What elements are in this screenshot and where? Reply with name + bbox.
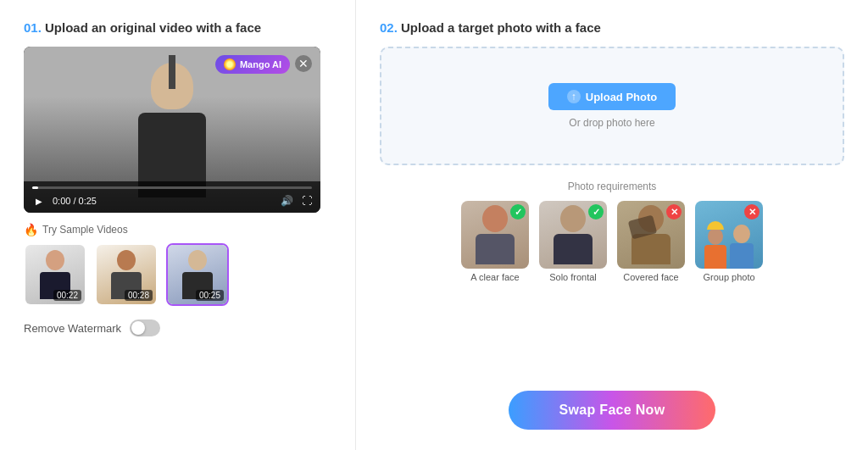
- req-badge-no-1: ✕: [666, 204, 682, 219]
- group-person-2: [730, 225, 754, 269]
- req-item-covered-face: ✕ Covered face: [617, 201, 685, 282]
- upload-hint-text: Or drop photo here: [569, 117, 654, 129]
- toggle-knob: [131, 321, 145, 335]
- person-tie: [169, 55, 175, 89]
- req-label-4: Group photo: [703, 272, 754, 282]
- requirements-label: Photo requirements: [380, 181, 844, 192]
- play-button[interactable]: ▶: [32, 194, 46, 208]
- upload-area[interactable]: ↑ Upload Photo Or drop photo here: [380, 47, 844, 165]
- hat-icon: [707, 221, 724, 230]
- req-badge-ok-2: ✓: [588, 204, 604, 219]
- req-badge-ok-1: ✓: [510, 204, 526, 219]
- group-head-2: [733, 225, 750, 243]
- req-face-body-1: [476, 234, 515, 264]
- req-thumb-covered-face: ✕: [617, 201, 685, 269]
- watermark-label: Remove Watermark: [24, 322, 121, 335]
- video-container: Mango AI ✕ ▶ 0:00 / 0:25 🔊 ⛶: [24, 47, 320, 213]
- req-thumb-clear-face: ✓: [461, 201, 529, 269]
- upload-btn-label: Upload Photo: [586, 91, 658, 103]
- swap-btn-container: Swap Face Now: [380, 377, 844, 430]
- right-panel: 02. Upload a target photo with a face ↑ …: [356, 0, 868, 450]
- video-time: 0:00 / 0:25: [53, 196, 97, 206]
- mango-logo-icon: [224, 58, 236, 70]
- left-panel: 01. Upload an original video with a face…: [0, 0, 356, 450]
- group-head-1: [708, 228, 723, 245]
- mango-badge-text: Mango AI: [240, 59, 281, 69]
- req-thumb-solo-frontal: ✓: [539, 201, 607, 269]
- group-body-2: [730, 243, 754, 269]
- group-person-1: [704, 228, 726, 269]
- thumb-head-3: [188, 250, 207, 270]
- req-face-body-2: [554, 234, 593, 264]
- mango-badge: Mango AI: [215, 55, 290, 74]
- upload-photo-button[interactable]: ↑ Upload Photo: [548, 83, 676, 110]
- thumb-head-2: [117, 250, 136, 270]
- req-badge-no-2: ✕: [744, 204, 760, 219]
- video-close-button[interactable]: ✕: [295, 55, 312, 72]
- sample-thumb-3[interactable]: 00:25: [166, 243, 229, 306]
- swap-face-button[interactable]: Swap Face Now: [509, 391, 716, 430]
- video-controls-left: ▶ 0:00 / 0:25: [32, 194, 97, 208]
- req-face-body-3: [632, 234, 670, 264]
- fullscreen-icon[interactable]: ⛶: [302, 195, 312, 207]
- video-progress-fill: [32, 186, 38, 189]
- video-progress-bar[interactable]: [32, 186, 312, 189]
- sample-label-text: Try Sample Videos: [42, 224, 128, 236]
- upload-icon: ↑: [567, 90, 581, 103]
- req-face-head-2: [560, 205, 586, 232]
- video-controls: ▶ 0:00 / 0:25 🔊 ⛶: [24, 181, 320, 213]
- right-section-title: 02. Upload a target photo with a face: [380, 20, 844, 35]
- req-label-3: Covered face: [623, 272, 678, 282]
- sample-duration-3: 00:25: [196, 290, 224, 301]
- req-item-solo-frontal: ✓ Solo frontal: [539, 201, 607, 282]
- req-label-1: A clear face: [470, 272, 519, 282]
- req-item-group-photo: ✕ Group photo: [695, 201, 763, 282]
- left-step-number: 01.: [24, 20, 42, 35]
- volume-icon[interactable]: 🔊: [281, 195, 293, 207]
- video-controls-row: ▶ 0:00 / 0:25 🔊 ⛶: [32, 194, 312, 208]
- sample-duration-2: 00:28: [125, 290, 153, 301]
- right-title-text: Upload a target photo with a face: [401, 20, 601, 35]
- thumb-head-1: [46, 250, 64, 270]
- req-item-clear-face: ✓ A clear face: [461, 201, 529, 282]
- sample-videos-label: 🔥 Try Sample Videos: [24, 223, 331, 236]
- watermark-row: Remove Watermark: [24, 319, 331, 336]
- req-face-4-group: [704, 225, 754, 269]
- watermark-toggle[interactable]: [130, 319, 160, 336]
- sample-duration-1: 00:22: [53, 290, 81, 301]
- right-step-number: 02.: [380, 20, 398, 35]
- left-section-title: 01. Upload an original video with a face: [24, 20, 331, 35]
- left-title-text: Upload an original video with a face: [45, 20, 261, 35]
- requirements-row: ✓ A clear face ✓ Solo frontal: [380, 201, 844, 282]
- sample-thumb-1[interactable]: 00:22: [24, 243, 86, 306]
- req-face-head-1: [482, 205, 508, 232]
- group-body-1: [704, 245, 726, 269]
- sample-thumb-2[interactable]: 00:28: [95, 243, 158, 306]
- sample-emoji-icon: 🔥: [24, 223, 38, 236]
- req-thumb-group-photo: ✕: [695, 201, 763, 269]
- sample-videos-row: 00:22 00:28 00:25: [24, 243, 331, 306]
- req-label-2: Solo frontal: [549, 272, 597, 282]
